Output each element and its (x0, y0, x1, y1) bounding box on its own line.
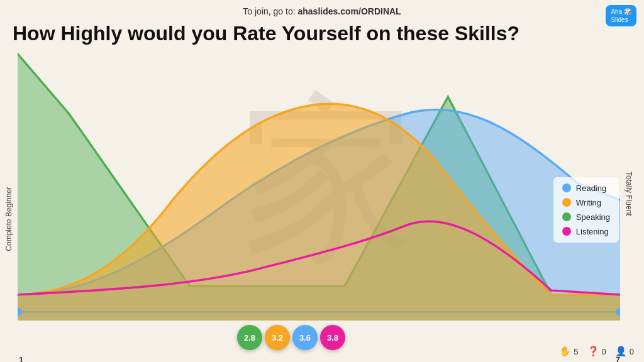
bubble-reading: 3.6 (292, 325, 318, 350)
page-title: How Highly would you Rate Yourself on th… (0, 19, 644, 45)
chart-wrapper: 2.8 3.2 3.6 3.8 1 7 (18, 45, 620, 362)
aha-logo-line2: Slides (611, 16, 631, 24)
x-min-label: 1 (19, 355, 23, 362)
y-axis-right-label: Totally Fluent (620, 45, 638, 362)
legend-label-reading: Reading (576, 184, 606, 193)
chart-legend: Reading Writing Speaking Listening (553, 177, 619, 243)
user-count: 0 (630, 347, 634, 356)
legend-dot-writing (562, 198, 571, 207)
legend-item-writing: Writing (562, 198, 610, 207)
bubble-listening: 3.8 (320, 325, 345, 350)
stat-users: 👤 0 (615, 346, 634, 357)
question-icon: ❓ (587, 346, 599, 357)
stat-raise-hand: ✋ 5 (559, 346, 578, 357)
join-url: ahaslides.com/ORDINAL (298, 6, 401, 16)
legend-item-speaking: Speaking (562, 212, 610, 222)
chart-area: Complete Beginner (0, 45, 644, 362)
legend-label-speaking: Speaking (576, 212, 610, 222)
legend-label-writing: Writing (576, 198, 601, 207)
stat-questions: ❓ 0 (587, 346, 606, 357)
x-axis-labels: 1 7 (18, 355, 620, 362)
bottom-stats-bar: ✋ 5 ❓ 0 👤 0 (559, 346, 634, 357)
legend-label-listening: Listening (576, 227, 609, 236)
join-bar: To join, go to: ahaslides.com/ORDINAL (0, 0, 644, 19)
question-count: 0 (602, 347, 606, 356)
bubble-speaking: 2.8 (237, 325, 262, 350)
legend-dot-speaking (562, 212, 571, 221)
bubble-writing: 3.2 (265, 325, 290, 350)
aha-logo-line1: Aha 🎲 (611, 8, 631, 16)
user-icon: 👤 (615, 346, 627, 357)
chart-svg (18, 45, 620, 355)
bubble-row: 2.8 3.2 3.6 3.8 (237, 325, 345, 350)
aha-logo: Aha 🎲 Slides (606, 5, 636, 26)
raise-hand-icon: ✋ (559, 346, 571, 357)
legend-dot-listening (562, 227, 571, 236)
legend-item-reading: Reading (562, 184, 610, 193)
raise-hand-count: 5 (574, 347, 578, 356)
legend-item-listening: Listening (562, 227, 610, 236)
y-axis-left-label: Complete Beginner (0, 45, 18, 362)
join-text: To join, go to: (243, 6, 297, 16)
legend-dot-reading (562, 184, 571, 192)
